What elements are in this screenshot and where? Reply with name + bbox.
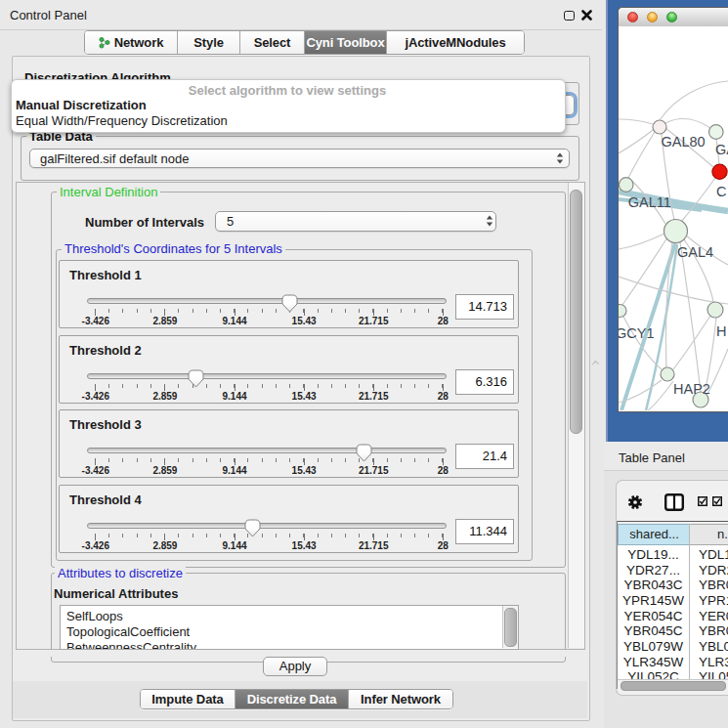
svg-text:GA: GA [715,142,728,157]
svg-text:C: C [716,184,726,199]
svg-text:GAL80: GAL80 [662,134,706,150]
svg-text:HAP2: HAP2 [673,381,710,397]
svg-text:GAL4: GAL4 [677,244,713,260]
svg-text:H: H [716,323,726,339]
svg-text:GAL11: GAL11 [628,194,671,210]
svg-text:GCY1: GCY1 [619,325,655,341]
